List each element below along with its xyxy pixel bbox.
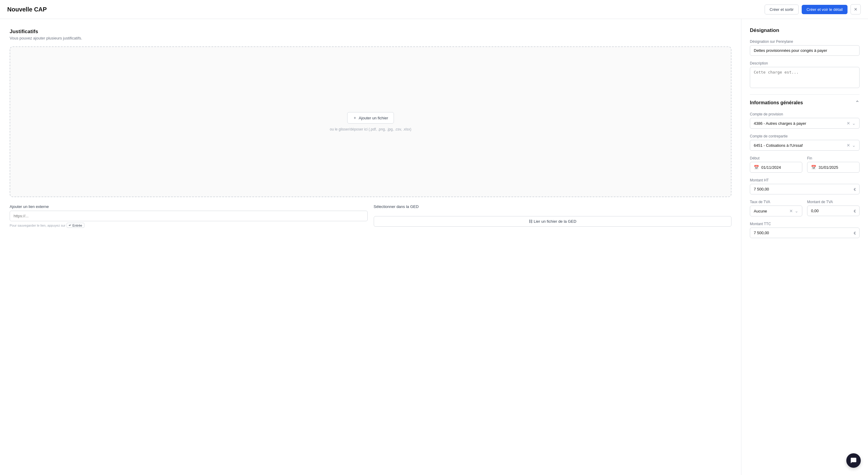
- upload-area[interactable]: ＋ Ajouter un fichier ou le glisser/dépos…: [10, 46, 732, 197]
- montant-ht-input[interactable]: [750, 184, 860, 194]
- fin-value: 31/01/2025: [818, 165, 838, 170]
- justificatifs-subtitle: Vous pouvez ajouter plusieurs justificat…: [10, 36, 732, 40]
- description-textarea[interactable]: [750, 67, 860, 88]
- clear-provision-icon[interactable]: ✕: [846, 121, 850, 126]
- montant-ht-label: Montant HT: [750, 178, 860, 182]
- description-field-group: Description: [750, 61, 860, 89]
- currency-ht: €: [854, 187, 856, 191]
- montant-tva-input[interactable]: [807, 205, 860, 216]
- montant-tva-label: Montant de TVA: [807, 200, 860, 204]
- debut-value: 01/11/2024: [761, 165, 781, 170]
- montant-tva-group: Montant de TVA €: [807, 200, 860, 216]
- taux-tva-label: Taux de TVA: [750, 200, 802, 204]
- clear-contrepartie-icon[interactable]: ✕: [846, 143, 850, 148]
- fin-group: Fin 📅 31/01/2025: [807, 156, 860, 173]
- debut-input[interactable]: 📅 01/11/2024: [750, 162, 802, 173]
- enter-key-hint: ↵ Entrée: [67, 223, 84, 228]
- header: Nouvelle CAP Créer et sortir Créer et vo…: [0, 0, 868, 19]
- create-view-button[interactable]: Créer et voir le détail: [802, 5, 847, 14]
- compte-contrepartie-group: Compte de contrepartie 6451 - Cotisation…: [750, 134, 860, 151]
- chevron-down-icon-2: ⌄: [852, 143, 856, 148]
- taux-tva-value: Aucune: [754, 209, 789, 213]
- external-link-input[interactable]: [10, 211, 368, 221]
- currency-ttc: €: [854, 230, 856, 235]
- right-panel: Désignation Désignation sur Pennylane De…: [741, 19, 868, 475]
- montant-ttc-group: Montant TTC €: [750, 222, 860, 238]
- upload-hint: ou le glisser/déposer ici (.pdf, .png, .…: [330, 127, 411, 131]
- left-panel: Justificatifs Vous pouvez ajouter plusie…: [0, 19, 741, 475]
- compte-provision-group: Compte de provision 4386 - Autres charge…: [750, 112, 860, 129]
- designation-field-group: Désignation sur Pennylane: [750, 39, 860, 56]
- montant-ttc-input[interactable]: [750, 227, 860, 238]
- chevron-down-icon-tva: ⌄: [795, 209, 798, 213]
- chat-icon: [850, 457, 857, 464]
- montant-ht-field: €: [750, 184, 860, 194]
- external-link-label: Ajouter un lien externe: [10, 204, 368, 209]
- calendar-icon-fin: 📅: [811, 165, 816, 170]
- designation-label: Désignation sur Pennylane: [750, 39, 860, 44]
- designation-section-title: Désignation: [750, 27, 860, 33]
- chevron-up-icon[interactable]: ⌃: [855, 99, 860, 106]
- close-button[interactable]: ×: [850, 4, 861, 14]
- compte-contrepartie-label: Compte de contrepartie: [750, 134, 860, 138]
- external-link-section: Ajouter un lien externe Pour sauvegarder…: [10, 204, 368, 228]
- plus-icon: ＋: [353, 115, 357, 121]
- taux-tva-group: Taux de TVA Aucune ✕ ⌄: [750, 200, 802, 216]
- taux-tva-select[interactable]: Aucune ✕ ⌄: [750, 205, 802, 216]
- debut-label: Début: [750, 156, 802, 160]
- chat-bubble[interactable]: [846, 453, 861, 468]
- bottom-section: Ajouter un lien externe Pour sauvegarder…: [10, 204, 732, 228]
- calendar-icon-debut: 📅: [754, 165, 759, 170]
- montant-tva-field: €: [807, 205, 860, 216]
- compte-contrepartie-select[interactable]: 6451 - Cotisations à l'Urssaf ✕ ⌄: [750, 140, 860, 151]
- compte-provision-value: 4386 - Autres charges à payer: [754, 121, 846, 126]
- compte-contrepartie-value: 6451 - Cotisations à l'Urssaf: [754, 143, 846, 148]
- ged-link-button[interactable]: ⛓ Lier un fichier de la GED: [374, 216, 732, 227]
- clear-tva-icon[interactable]: ✕: [789, 209, 793, 213]
- compte-provision-select[interactable]: 4386 - Autres charges à payer ✕ ⌄: [750, 118, 860, 129]
- chevron-down-icon: ⌄: [852, 121, 856, 126]
- info-section-divider: Informations générales ⌃: [750, 94, 860, 112]
- montant-ttc-field: €: [750, 227, 860, 238]
- add-file-button[interactable]: ＋ Ajouter un fichier: [347, 112, 394, 124]
- date-row: Début 📅 01/11/2024 Fin 📅 31/01/2025: [750, 156, 860, 173]
- debut-group: Début 📅 01/11/2024: [750, 156, 802, 173]
- tva-row: Taux de TVA Aucune ✕ ⌄ Montant de TVA €: [750, 200, 860, 216]
- fin-input[interactable]: 📅 31/01/2025: [807, 162, 860, 173]
- montant-ttc-label: Montant TTC: [750, 222, 860, 226]
- montant-ht-group: Montant HT €: [750, 178, 860, 194]
- ged-section: Sélectionner dans la GED ⛓ Lier un fichi…: [374, 204, 732, 228]
- info-section-title: Informations générales: [750, 100, 803, 105]
- designation-input[interactable]: [750, 45, 860, 56]
- main-layout: Justificatifs Vous pouvez ajouter plusie…: [0, 19, 868, 475]
- fin-label: Fin: [807, 156, 860, 160]
- description-label: Description: [750, 61, 860, 65]
- link-hint: Pour sauvegarder le lien, appuyez sur ↵ …: [10, 223, 368, 228]
- page-title: Nouvelle CAP: [7, 6, 47, 13]
- ged-label: Sélectionner dans la GED: [374, 204, 732, 209]
- create-exit-button[interactable]: Créer et sortir: [765, 4, 799, 14]
- justificatifs-title: Justificatifs: [10, 29, 732, 35]
- currency-tva: €: [854, 209, 856, 213]
- header-actions: Créer et sortir Créer et voir le détail …: [765, 4, 861, 14]
- compte-provision-label: Compte de provision: [750, 112, 860, 116]
